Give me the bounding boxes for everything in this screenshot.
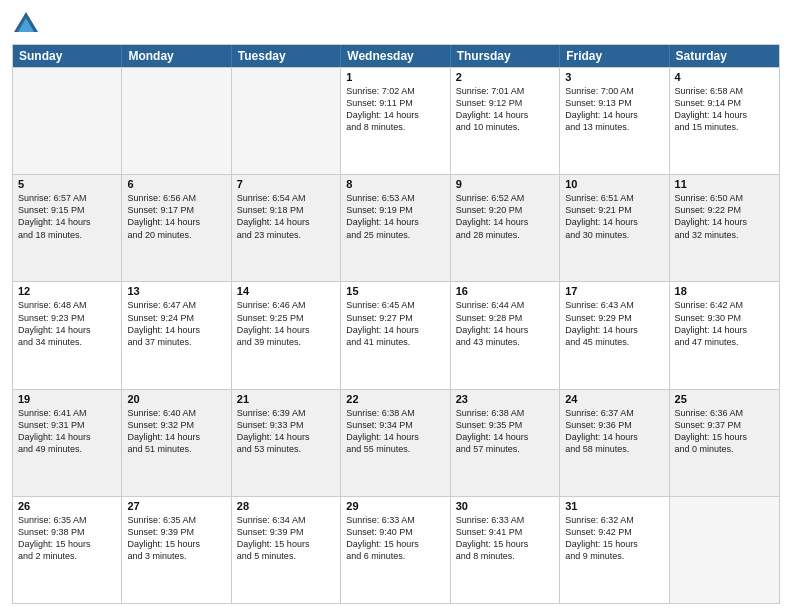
- logo-icon: [12, 10, 40, 38]
- cal-header-monday: Monday: [122, 45, 231, 67]
- day-number: 22: [346, 393, 444, 405]
- day-info: Sunrise: 6:33 AM Sunset: 9:41 PM Dayligh…: [456, 514, 554, 563]
- day-number: 30: [456, 500, 554, 512]
- day-number: 17: [565, 285, 663, 297]
- cal-cell-25: 25Sunrise: 6:36 AM Sunset: 9:37 PM Dayli…: [670, 390, 779, 496]
- day-number: 26: [18, 500, 116, 512]
- cal-cell-29: 29Sunrise: 6:33 AM Sunset: 9:40 PM Dayli…: [341, 497, 450, 603]
- day-info: Sunrise: 6:47 AM Sunset: 9:24 PM Dayligh…: [127, 299, 225, 348]
- calendar-header: SundayMondayTuesdayWednesdayThursdayFrid…: [13, 45, 779, 67]
- day-info: Sunrise: 6:52 AM Sunset: 9:20 PM Dayligh…: [456, 192, 554, 241]
- day-number: 13: [127, 285, 225, 297]
- cal-header-sunday: Sunday: [13, 45, 122, 67]
- cal-cell-empty: [670, 497, 779, 603]
- cal-cell-3: 3Sunrise: 7:00 AM Sunset: 9:13 PM Daylig…: [560, 68, 669, 174]
- day-info: Sunrise: 6:46 AM Sunset: 9:25 PM Dayligh…: [237, 299, 335, 348]
- day-number: 31: [565, 500, 663, 512]
- day-info: Sunrise: 6:44 AM Sunset: 9:28 PM Dayligh…: [456, 299, 554, 348]
- cal-cell-empty: [13, 68, 122, 174]
- calendar-row-1: 1Sunrise: 7:02 AM Sunset: 9:11 PM Daylig…: [13, 67, 779, 174]
- day-info: Sunrise: 6:43 AM Sunset: 9:29 PM Dayligh…: [565, 299, 663, 348]
- day-info: Sunrise: 6:54 AM Sunset: 9:18 PM Dayligh…: [237, 192, 335, 241]
- day-info: Sunrise: 6:37 AM Sunset: 9:36 PM Dayligh…: [565, 407, 663, 456]
- cal-cell-7: 7Sunrise: 6:54 AM Sunset: 9:18 PM Daylig…: [232, 175, 341, 281]
- day-info: Sunrise: 6:48 AM Sunset: 9:23 PM Dayligh…: [18, 299, 116, 348]
- day-info: Sunrise: 6:58 AM Sunset: 9:14 PM Dayligh…: [675, 85, 774, 134]
- cal-cell-27: 27Sunrise: 6:35 AM Sunset: 9:39 PM Dayli…: [122, 497, 231, 603]
- day-number: 29: [346, 500, 444, 512]
- calendar-row-2: 5Sunrise: 6:57 AM Sunset: 9:15 PM Daylig…: [13, 174, 779, 281]
- day-info: Sunrise: 7:00 AM Sunset: 9:13 PM Dayligh…: [565, 85, 663, 134]
- cal-header-tuesday: Tuesday: [232, 45, 341, 67]
- day-number: 7: [237, 178, 335, 190]
- day-number: 18: [675, 285, 774, 297]
- calendar-row-4: 19Sunrise: 6:41 AM Sunset: 9:31 PM Dayli…: [13, 389, 779, 496]
- day-number: 3: [565, 71, 663, 83]
- calendar-row-5: 26Sunrise: 6:35 AM Sunset: 9:38 PM Dayli…: [13, 496, 779, 603]
- cal-cell-5: 5Sunrise: 6:57 AM Sunset: 9:15 PM Daylig…: [13, 175, 122, 281]
- day-info: Sunrise: 6:42 AM Sunset: 9:30 PM Dayligh…: [675, 299, 774, 348]
- day-info: Sunrise: 6:53 AM Sunset: 9:19 PM Dayligh…: [346, 192, 444, 241]
- cal-cell-empty: [232, 68, 341, 174]
- day-number: 8: [346, 178, 444, 190]
- day-number: 5: [18, 178, 116, 190]
- cal-cell-22: 22Sunrise: 6:38 AM Sunset: 9:34 PM Dayli…: [341, 390, 450, 496]
- day-number: 4: [675, 71, 774, 83]
- day-info: Sunrise: 7:02 AM Sunset: 9:11 PM Dayligh…: [346, 85, 444, 134]
- cal-cell-19: 19Sunrise: 6:41 AM Sunset: 9:31 PM Dayli…: [13, 390, 122, 496]
- day-number: 2: [456, 71, 554, 83]
- cal-header-thursday: Thursday: [451, 45, 560, 67]
- cal-cell-13: 13Sunrise: 6:47 AM Sunset: 9:24 PM Dayli…: [122, 282, 231, 388]
- calendar-body: 1Sunrise: 7:02 AM Sunset: 9:11 PM Daylig…: [13, 67, 779, 603]
- day-number: 15: [346, 285, 444, 297]
- cal-cell-8: 8Sunrise: 6:53 AM Sunset: 9:19 PM Daylig…: [341, 175, 450, 281]
- day-number: 24: [565, 393, 663, 405]
- calendar: SundayMondayTuesdayWednesdayThursdayFrid…: [12, 44, 780, 604]
- day-info: Sunrise: 6:38 AM Sunset: 9:35 PM Dayligh…: [456, 407, 554, 456]
- cal-cell-1: 1Sunrise: 7:02 AM Sunset: 9:11 PM Daylig…: [341, 68, 450, 174]
- cal-header-friday: Friday: [560, 45, 669, 67]
- header: [12, 10, 780, 38]
- day-number: 10: [565, 178, 663, 190]
- cal-cell-9: 9Sunrise: 6:52 AM Sunset: 9:20 PM Daylig…: [451, 175, 560, 281]
- day-info: Sunrise: 6:39 AM Sunset: 9:33 PM Dayligh…: [237, 407, 335, 456]
- day-info: Sunrise: 7:01 AM Sunset: 9:12 PM Dayligh…: [456, 85, 554, 134]
- calendar-row-3: 12Sunrise: 6:48 AM Sunset: 9:23 PM Dayli…: [13, 281, 779, 388]
- day-info: Sunrise: 6:56 AM Sunset: 9:17 PM Dayligh…: [127, 192, 225, 241]
- logo: [12, 10, 44, 38]
- cal-cell-17: 17Sunrise: 6:43 AM Sunset: 9:29 PM Dayli…: [560, 282, 669, 388]
- day-info: Sunrise: 6:38 AM Sunset: 9:34 PM Dayligh…: [346, 407, 444, 456]
- cal-cell-18: 18Sunrise: 6:42 AM Sunset: 9:30 PM Dayli…: [670, 282, 779, 388]
- day-info: Sunrise: 6:35 AM Sunset: 9:38 PM Dayligh…: [18, 514, 116, 563]
- cal-cell-15: 15Sunrise: 6:45 AM Sunset: 9:27 PM Dayli…: [341, 282, 450, 388]
- day-number: 14: [237, 285, 335, 297]
- cal-cell-11: 11Sunrise: 6:50 AM Sunset: 9:22 PM Dayli…: [670, 175, 779, 281]
- cal-cell-16: 16Sunrise: 6:44 AM Sunset: 9:28 PM Dayli…: [451, 282, 560, 388]
- day-number: 12: [18, 285, 116, 297]
- day-number: 16: [456, 285, 554, 297]
- cal-cell-12: 12Sunrise: 6:48 AM Sunset: 9:23 PM Dayli…: [13, 282, 122, 388]
- day-info: Sunrise: 6:45 AM Sunset: 9:27 PM Dayligh…: [346, 299, 444, 348]
- day-info: Sunrise: 6:36 AM Sunset: 9:37 PM Dayligh…: [675, 407, 774, 456]
- cal-cell-23: 23Sunrise: 6:38 AM Sunset: 9:35 PM Dayli…: [451, 390, 560, 496]
- page: SundayMondayTuesdayWednesdayThursdayFrid…: [0, 0, 792, 612]
- cal-header-wednesday: Wednesday: [341, 45, 450, 67]
- cal-header-saturday: Saturday: [670, 45, 779, 67]
- day-info: Sunrise: 6:35 AM Sunset: 9:39 PM Dayligh…: [127, 514, 225, 563]
- cal-cell-4: 4Sunrise: 6:58 AM Sunset: 9:14 PM Daylig…: [670, 68, 779, 174]
- day-info: Sunrise: 6:40 AM Sunset: 9:32 PM Dayligh…: [127, 407, 225, 456]
- day-info: Sunrise: 6:34 AM Sunset: 9:39 PM Dayligh…: [237, 514, 335, 563]
- cal-cell-6: 6Sunrise: 6:56 AM Sunset: 9:17 PM Daylig…: [122, 175, 231, 281]
- cal-cell-10: 10Sunrise: 6:51 AM Sunset: 9:21 PM Dayli…: [560, 175, 669, 281]
- day-info: Sunrise: 6:57 AM Sunset: 9:15 PM Dayligh…: [18, 192, 116, 241]
- day-number: 28: [237, 500, 335, 512]
- day-info: Sunrise: 6:51 AM Sunset: 9:21 PM Dayligh…: [565, 192, 663, 241]
- day-number: 27: [127, 500, 225, 512]
- cal-cell-14: 14Sunrise: 6:46 AM Sunset: 9:25 PM Dayli…: [232, 282, 341, 388]
- cal-cell-21: 21Sunrise: 6:39 AM Sunset: 9:33 PM Dayli…: [232, 390, 341, 496]
- day-number: 21: [237, 393, 335, 405]
- cal-cell-31: 31Sunrise: 6:32 AM Sunset: 9:42 PM Dayli…: [560, 497, 669, 603]
- cal-cell-empty: [122, 68, 231, 174]
- cal-cell-26: 26Sunrise: 6:35 AM Sunset: 9:38 PM Dayli…: [13, 497, 122, 603]
- cal-cell-2: 2Sunrise: 7:01 AM Sunset: 9:12 PM Daylig…: [451, 68, 560, 174]
